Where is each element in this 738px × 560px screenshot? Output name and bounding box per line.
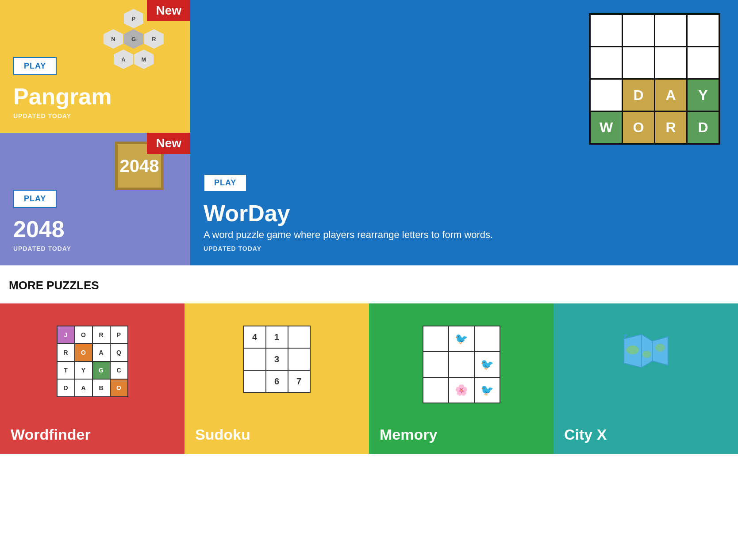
pangram-title: Pangram <box>13 83 177 110</box>
wd-r3c1 <box>591 80 622 111</box>
wordfinder-grid-icon: J O R P R O A Q T Y G C D A B O <box>57 326 128 397</box>
mem-flower: 🌸 <box>449 378 474 403</box>
mem-e1 <box>423 326 448 351</box>
su-7: 7 <box>288 371 310 392</box>
su-4: 4 <box>244 326 265 348</box>
hex-m: M <box>134 50 154 69</box>
mem-bird2: 🐦 <box>475 352 500 377</box>
game2048-updated: UPDATED TODAY <box>13 245 177 252</box>
wf-b: B <box>93 380 110 396</box>
wd-r3c2: D <box>623 80 654 111</box>
game2048-new-badge: New <box>147 133 190 154</box>
wf-o3: O <box>111 380 127 396</box>
game2048-card[interactable]: New 2048 PLAY 2048 UPDATED TODAY <box>0 133 190 265</box>
mem-bird3: 🐦 <box>475 378 500 403</box>
svg-point-0 <box>627 345 639 354</box>
wd-r4c4: D <box>688 112 719 143</box>
cityx-title: City X <box>564 426 727 443</box>
memory-card[interactable]: 🐦 🐦 🌸 🐦 Memory <box>369 303 554 454</box>
mem-e4 <box>449 352 474 377</box>
sudoku-grid-icon: 4 1 3 6 7 <box>243 326 311 393</box>
wf-o2: O <box>75 344 92 361</box>
wf-y: Y <box>75 362 92 379</box>
su-e1 <box>288 326 310 348</box>
mem-e3 <box>423 352 448 377</box>
worday-card[interactable]: D A Y W O R D PLAY WorDay A word puzzle … <box>190 0 738 265</box>
more-puzzles-section: MORE PUZZLES J O R P R O A Q T Y G C <box>0 265 738 458</box>
mem-e2 <box>475 326 500 351</box>
more-puzzles-title: MORE PUZZLES <box>0 279 738 292</box>
wd-r1c3 <box>655 15 686 46</box>
wd-r4c3: R <box>655 112 686 143</box>
pangram-play-button[interactable]: PLAY <box>13 57 57 75</box>
wf-q: Q <box>111 344 127 361</box>
pangram-new-badge: New <box>147 0 190 21</box>
wf-t: T <box>58 362 74 379</box>
cityx-card[interactable]: City X <box>554 303 738 454</box>
memory-grid-icon: 🐦 🐦 🌸 🐦 <box>423 326 500 403</box>
worday-grid-icon: D A Y W O R D <box>589 13 720 145</box>
pangram-updated: UPDATED TODAY <box>13 112 177 119</box>
wd-r2c2 <box>623 47 654 78</box>
game2048-title: 2048 <box>13 216 177 242</box>
worday-play-button[interactable]: PLAY <box>204 174 247 192</box>
svg-point-2 <box>655 344 665 352</box>
wd-r4c1: W <box>591 112 622 143</box>
top-grid: New P N G R A M PLAY Pangram UPDATED TOD… <box>0 0 738 265</box>
wd-r3c4: Y <box>688 80 719 111</box>
wd-r2c1 <box>591 47 622 78</box>
su-6: 6 <box>266 371 288 392</box>
sudoku-card[interactable]: 4 1 3 6 7 Sudoku <box>184 303 369 454</box>
worday-title: WorDay <box>204 200 725 226</box>
wordfinder-title: Wordfinder <box>11 426 174 443</box>
worday-updated: UPDATED TODAY <box>204 245 725 252</box>
wf-j: J <box>58 326 74 343</box>
hex-a: A <box>114 50 133 69</box>
wordfinder-card[interactable]: J O R P R O A Q T Y G C D A B O <box>0 303 184 454</box>
wd-r1c1 <box>591 15 622 46</box>
mem-bird1: 🐦 <box>449 326 474 351</box>
wd-r2c4 <box>688 47 719 78</box>
cityx-map-icon <box>617 330 675 376</box>
wf-p: P <box>111 326 127 343</box>
wd-r1c4 <box>688 15 719 46</box>
mem-e5 <box>423 378 448 403</box>
hex-g: G <box>124 29 143 49</box>
su-3: 3 <box>266 349 288 370</box>
wd-r4c2: O <box>623 112 654 143</box>
memory-title: Memory <box>380 426 543 443</box>
wf-r: R <box>93 326 110 343</box>
wd-r1c2 <box>623 15 654 46</box>
game2048-play-button[interactable]: PLAY <box>13 190 57 208</box>
sudoku-title: Sudoku <box>195 426 358 443</box>
wf-r2: R <box>58 344 74 361</box>
svg-point-1 <box>642 351 651 358</box>
wf-d: D <box>58 380 74 396</box>
wf-a2: A <box>75 380 92 396</box>
wd-r3c3: A <box>655 80 686 111</box>
su-e3 <box>288 349 310 370</box>
pangram-card[interactable]: New P N G R A M PLAY Pangram UPDATED TOD… <box>0 0 190 133</box>
wf-o: O <box>75 326 92 343</box>
hex-p: P <box>124 9 143 28</box>
su-e2 <box>244 349 265 370</box>
hex-r: R <box>144 29 164 49</box>
su-1: 1 <box>266 326 288 348</box>
worday-description: A word puzzle game where players rearran… <box>204 229 725 241</box>
hex-n: N <box>104 29 123 49</box>
wd-r2c3 <box>655 47 686 78</box>
wf-c: C <box>111 362 127 379</box>
su-e4 <box>244 371 265 392</box>
wf-g: G <box>93 362 110 379</box>
wf-a: A <box>93 344 110 361</box>
puzzle-cards-row: J O R P R O A Q T Y G C D A B O <box>0 303 738 454</box>
